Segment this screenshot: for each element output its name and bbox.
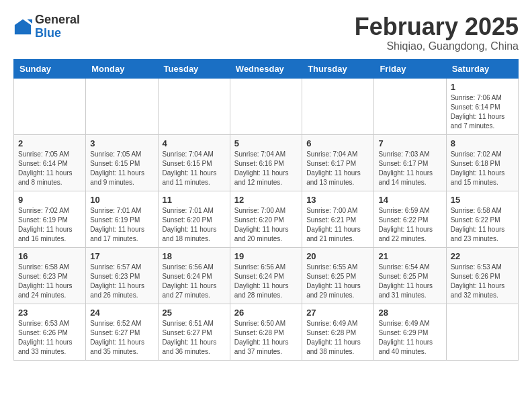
day-cell: 25Sunrise: 6:51 AMSunset: 6:27 PMDayligh… xyxy=(158,304,230,360)
day-cell: 12Sunrise: 7:00 AMSunset: 6:20 PMDayligh… xyxy=(230,191,302,247)
day-number: 2 xyxy=(18,138,81,148)
day-cell: 28Sunrise: 6:49 AMSunset: 6:29 PMDayligh… xyxy=(374,304,446,360)
day-info: Sunrise: 6:54 AMSunset: 6:25 PMDaylight:… xyxy=(378,263,441,300)
day-number: 25 xyxy=(163,308,226,318)
day-info: Sunrise: 6:53 AMSunset: 6:26 PMDaylight:… xyxy=(18,319,81,357)
day-cell: 21Sunrise: 6:54 AMSunset: 6:25 PMDayligh… xyxy=(374,247,446,304)
day-cell xyxy=(446,304,518,360)
day-number: 23 xyxy=(18,308,81,318)
day-cell xyxy=(14,78,86,134)
day-cell: 9Sunrise: 7:02 AMSunset: 6:19 PMDaylight… xyxy=(14,191,86,247)
day-cell: 11Sunrise: 7:01 AMSunset: 6:20 PMDayligh… xyxy=(158,191,230,247)
calendar: SundayMondayTuesdayWednesdayThursdayFrid… xyxy=(13,59,519,361)
day-number: 17 xyxy=(90,251,153,261)
day-info: Sunrise: 6:50 AMSunset: 6:28 PMDaylight:… xyxy=(234,319,298,357)
day-number: 21 xyxy=(378,251,441,261)
weekday-saturday: Saturday xyxy=(446,59,518,78)
day-number: 6 xyxy=(306,138,369,148)
day-number: 8 xyxy=(451,138,514,148)
weekday-wednesday: Wednesday xyxy=(230,59,302,78)
day-number: 7 xyxy=(378,138,441,148)
day-info: Sunrise: 6:49 AMSunset: 6:29 PMDaylight:… xyxy=(378,319,441,357)
weekday-friday: Friday xyxy=(374,59,446,78)
svg-marker-0 xyxy=(15,19,31,34)
day-info: Sunrise: 6:53 AMSunset: 6:26 PMDaylight:… xyxy=(451,263,514,300)
day-cell: 13Sunrise: 7:00 AMSunset: 6:21 PMDayligh… xyxy=(302,191,374,247)
logo: General Blue xyxy=(13,13,80,40)
weekday-thursday: Thursday xyxy=(302,59,374,78)
day-cell: 24Sunrise: 6:52 AMSunset: 6:27 PMDayligh… xyxy=(86,304,158,360)
logo-blue-text: Blue xyxy=(35,26,61,40)
day-cell: 16Sunrise: 6:58 AMSunset: 6:23 PMDayligh… xyxy=(14,247,86,304)
day-info: Sunrise: 7:01 AMSunset: 6:19 PMDaylight:… xyxy=(90,206,153,244)
day-number: 14 xyxy=(378,195,441,205)
day-info: Sunrise: 7:04 AMSunset: 6:16 PMDaylight:… xyxy=(234,150,298,187)
day-info: Sunrise: 7:02 AMSunset: 6:19 PMDaylight:… xyxy=(18,206,81,244)
day-cell: 10Sunrise: 7:01 AMSunset: 6:19 PMDayligh… xyxy=(86,191,158,247)
location: Shiqiao, Guangdong, China xyxy=(355,40,519,52)
day-cell: 22Sunrise: 6:53 AMSunset: 6:26 PMDayligh… xyxy=(446,247,518,304)
weekday-sunday: Sunday xyxy=(14,59,86,78)
day-number: 11 xyxy=(163,195,226,205)
day-cell xyxy=(158,78,230,134)
day-info: Sunrise: 6:51 AMSunset: 6:27 PMDaylight:… xyxy=(163,319,226,357)
day-info: Sunrise: 6:58 AMSunset: 6:23 PMDaylight:… xyxy=(18,263,81,300)
day-number: 10 xyxy=(90,195,153,205)
day-info: Sunrise: 6:59 AMSunset: 6:22 PMDaylight:… xyxy=(378,206,441,244)
day-info: Sunrise: 6:57 AMSunset: 6:23 PMDaylight:… xyxy=(90,263,153,300)
calendar-body: 1Sunrise: 7:06 AMSunset: 6:14 PMDaylight… xyxy=(14,78,519,360)
day-number: 16 xyxy=(18,251,81,261)
day-number: 26 xyxy=(234,308,298,318)
day-cell: 23Sunrise: 6:53 AMSunset: 6:26 PMDayligh… xyxy=(14,304,86,360)
day-info: Sunrise: 6:52 AMSunset: 6:27 PMDaylight:… xyxy=(90,319,153,357)
day-cell: 2Sunrise: 7:05 AMSunset: 6:14 PMDaylight… xyxy=(14,134,86,191)
day-number: 28 xyxy=(378,308,441,318)
day-number: 5 xyxy=(234,138,298,148)
weekday-tuesday: Tuesday xyxy=(158,59,230,78)
week-row-2: 2Sunrise: 7:05 AMSunset: 6:14 PMDaylight… xyxy=(14,134,519,191)
day-info: Sunrise: 7:04 AMSunset: 6:17 PMDaylight:… xyxy=(306,150,369,187)
day-cell: 19Sunrise: 6:56 AMSunset: 6:24 PMDayligh… xyxy=(230,247,302,304)
day-cell xyxy=(302,78,374,134)
week-row-5: 23Sunrise: 6:53 AMSunset: 6:26 PMDayligh… xyxy=(14,304,519,360)
day-cell: 5Sunrise: 7:04 AMSunset: 6:16 PMDaylight… xyxy=(230,134,302,191)
week-row-1: 1Sunrise: 7:06 AMSunset: 6:14 PMDaylight… xyxy=(14,78,519,134)
day-number: 18 xyxy=(163,251,226,261)
day-number: 20 xyxy=(306,251,369,261)
day-cell xyxy=(230,78,302,134)
day-number: 9 xyxy=(18,195,81,205)
day-number: 1 xyxy=(451,82,514,92)
logo-general-text: General xyxy=(35,13,80,26)
day-info: Sunrise: 7:01 AMSunset: 6:20 PMDaylight:… xyxy=(163,206,226,244)
day-info: Sunrise: 6:55 AMSunset: 6:25 PMDaylight:… xyxy=(306,263,369,300)
day-cell: 6Sunrise: 7:04 AMSunset: 6:17 PMDaylight… xyxy=(302,134,374,191)
day-number: 13 xyxy=(306,195,369,205)
month-title: February 2025 xyxy=(355,13,519,40)
week-row-4: 16Sunrise: 6:58 AMSunset: 6:23 PMDayligh… xyxy=(14,247,519,304)
page-header: General Blue February 2025 Shiqiao, Guan… xyxy=(13,13,519,52)
day-cell: 7Sunrise: 7:03 AMSunset: 6:17 PMDaylight… xyxy=(374,134,446,191)
weekday-monday: Monday xyxy=(86,59,158,78)
day-number: 4 xyxy=(163,138,226,148)
week-row-3: 9Sunrise: 7:02 AMSunset: 6:19 PMDaylight… xyxy=(14,191,519,247)
day-info: Sunrise: 7:00 AMSunset: 6:21 PMDaylight:… xyxy=(306,206,369,244)
day-cell: 17Sunrise: 6:57 AMSunset: 6:23 PMDayligh… xyxy=(86,247,158,304)
day-number: 22 xyxy=(451,251,514,261)
day-number: 19 xyxy=(234,251,298,261)
day-cell: 3Sunrise: 7:05 AMSunset: 6:15 PMDaylight… xyxy=(86,134,158,191)
day-info: Sunrise: 6:58 AMSunset: 6:22 PMDaylight:… xyxy=(451,206,514,244)
day-info: Sunrise: 7:03 AMSunset: 6:17 PMDaylight:… xyxy=(378,150,441,187)
day-cell: 14Sunrise: 6:59 AMSunset: 6:22 PMDayligh… xyxy=(374,191,446,247)
day-cell xyxy=(374,78,446,134)
logo-icon xyxy=(13,17,32,36)
day-number: 15 xyxy=(451,195,514,205)
day-info: Sunrise: 7:06 AMSunset: 6:14 PMDaylight:… xyxy=(451,93,514,131)
day-cell: 20Sunrise: 6:55 AMSunset: 6:25 PMDayligh… xyxy=(302,247,374,304)
weekday-header-row: SundayMondayTuesdayWednesdayThursdayFrid… xyxy=(14,59,519,78)
day-cell: 26Sunrise: 6:50 AMSunset: 6:28 PMDayligh… xyxy=(230,304,302,360)
day-info: Sunrise: 6:49 AMSunset: 6:28 PMDaylight:… xyxy=(306,319,369,357)
day-cell: 8Sunrise: 7:02 AMSunset: 6:18 PMDaylight… xyxy=(446,134,518,191)
day-cell: 18Sunrise: 6:56 AMSunset: 6:24 PMDayligh… xyxy=(158,247,230,304)
day-cell: 4Sunrise: 7:04 AMSunset: 6:15 PMDaylight… xyxy=(158,134,230,191)
day-number: 12 xyxy=(234,195,298,205)
